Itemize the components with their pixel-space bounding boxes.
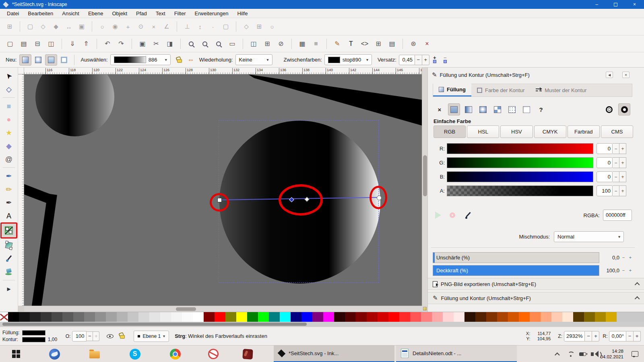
snap-toggle-icon[interactable]: ⊞ xyxy=(4,21,15,32)
new-linear-gradient-button[interactable] xyxy=(19,54,31,66)
color-tab-cmyk[interactable]: CMYK xyxy=(534,125,566,138)
repeat-dropdown[interactable]: Keine ▾ xyxy=(235,54,272,65)
snap-object-centers-icon[interactable]: ↕ xyxy=(194,21,206,32)
menu-item-datei[interactable]: Datei xyxy=(2,9,23,18)
linear-gradient-button[interactable] xyxy=(462,103,475,115)
flat-color-button[interactable] xyxy=(448,103,460,115)
panel-close-button[interactable]: × xyxy=(622,72,630,78)
blue-decrease-button[interactable]: − xyxy=(613,171,619,182)
file-explorer-taskbar-icon[interactable] xyxy=(82,346,107,362)
palette-swatch[interactable] xyxy=(160,312,171,322)
volume-icon[interactable] xyxy=(591,352,594,356)
panel-collapse-button[interactable]: ◀ xyxy=(606,72,613,78)
text-dialog-icon[interactable]: T xyxy=(345,38,357,50)
snap-bbox-corners-icon[interactable]: ◆ xyxy=(50,21,62,32)
alpha-increase-button[interactable]: + xyxy=(619,185,626,196)
print-icon[interactable]: ⊟ xyxy=(31,38,43,50)
delete-stop-button[interactable]: − xyxy=(444,56,447,63)
gradient-tool[interactable] xyxy=(0,222,17,239)
pen-tool[interactable]: ✒ xyxy=(1,169,17,183)
knife-icon[interactable]: × xyxy=(421,38,433,50)
palette-swatch[interactable] xyxy=(280,312,291,322)
snap-cusp-nodes-icon[interactable]: ⊙ xyxy=(135,21,147,32)
rotation-decrease-button[interactable]: − xyxy=(626,331,634,341)
palette-swatch[interactable] xyxy=(399,312,410,322)
opacity-value[interactable]: 100,0 xyxy=(603,267,619,274)
palette-swatch[interactable] xyxy=(73,312,84,322)
stop-select-dropdown[interactable]: stop890 ▾ xyxy=(324,54,372,65)
vertical-scrollbar[interactable] xyxy=(422,68,427,306)
maximize-button[interactable] xyxy=(606,0,625,9)
palette-swatch[interactable] xyxy=(345,312,356,322)
palette-swatch[interactable] xyxy=(171,312,182,322)
opacity-slider[interactable]: Deckkraft (%) xyxy=(433,265,599,276)
taskbar-window-inkscape[interactable]: *SeitStech.svg - Ink... xyxy=(274,346,394,362)
insert-stop-button[interactable]: + xyxy=(433,56,436,63)
png-export-section[interactable]: PNG-Bild exportieren (Umschalt+Strg+E) xyxy=(428,278,644,290)
alpha-slider[interactable] xyxy=(447,185,593,196)
start-button[interactable] xyxy=(3,346,29,362)
lock-gradient-icon[interactable] xyxy=(177,59,182,63)
rotation-increase-button[interactable]: + xyxy=(634,331,641,341)
blue-value[interactable]: 0 xyxy=(597,171,613,182)
color-tab-hsl[interactable]: HSL xyxy=(467,125,499,138)
color-tab-cms[interactable]: CMS xyxy=(601,125,633,138)
blur-slider[interactable]: Unschärfe (%) xyxy=(433,252,599,263)
fill-stroke-section[interactable]: ✎ Füllung und Kontur (Umschalt+Strg+F) xyxy=(428,292,644,304)
palette-swatch[interactable] xyxy=(432,312,443,322)
alpha-decrease-button[interactable]: − xyxy=(613,185,619,196)
menu-item-filter[interactable]: Filter xyxy=(170,9,190,18)
palette-swatch[interactable] xyxy=(486,312,497,322)
palette-swatch[interactable] xyxy=(312,312,323,322)
gradient-select-dropdown[interactable]: 886 ▾ xyxy=(110,54,171,65)
palette-swatch[interactable] xyxy=(182,312,193,322)
skype-taskbar-icon[interactable]: S xyxy=(122,346,148,362)
horizontal-scrollbar-thumb[interactable] xyxy=(176,307,196,311)
menu-item-ansicht[interactable]: Ansicht xyxy=(58,9,84,18)
palette-swatch[interactable] xyxy=(541,312,551,322)
opacity-decrease-button[interactable]: − xyxy=(621,267,626,273)
blend-mode-dropdown[interactable]: Normal ▾ xyxy=(554,231,624,242)
menu-item-pfad[interactable]: Pfad xyxy=(132,9,151,18)
text-tool[interactable]: A xyxy=(1,209,17,222)
zoom-decrease-button[interactable]: − xyxy=(585,331,592,341)
green-slider[interactable] xyxy=(447,157,593,168)
palette-swatch[interactable] xyxy=(562,312,573,322)
palette-swatch[interactable] xyxy=(62,312,73,322)
offset-increase-button[interactable]: + xyxy=(422,55,429,65)
menu-item-hilfe[interactable]: Hilfe xyxy=(233,9,252,18)
unknown-paint-button[interactable] xyxy=(520,103,533,115)
color-tab-hsv[interactable]: HSV xyxy=(500,125,533,138)
palette-swatch[interactable] xyxy=(204,312,215,322)
blue-slider[interactable] xyxy=(447,171,593,182)
palette-swatch[interactable] xyxy=(454,312,464,322)
open-document-icon[interactable]: ▤ xyxy=(18,38,30,50)
blue-increase-button[interactable]: + xyxy=(619,171,626,182)
selector-tool[interactable]: ➤ xyxy=(1,69,17,82)
palette-swatch[interactable] xyxy=(497,312,508,322)
palette-swatch[interactable] xyxy=(551,312,562,322)
horizontal-scrollbar[interactable] xyxy=(24,306,422,312)
palette-swatch[interactable] xyxy=(236,312,247,322)
chrome-taskbar-icon[interactable] xyxy=(162,346,188,362)
offset-decrease-button[interactable]: − xyxy=(415,55,422,65)
cut-icon[interactable]: ✂ xyxy=(150,38,162,50)
palette-swatch[interactable] xyxy=(334,312,345,322)
notification-center-icon[interactable] xyxy=(632,351,638,357)
palette-swatch[interactable] xyxy=(356,312,367,322)
import-icon[interactable]: ⇓ xyxy=(66,38,78,50)
palette-swatch[interactable] xyxy=(291,312,301,322)
palette-scrollbar[interactable] xyxy=(0,322,644,327)
create-clone-icon[interactable]: ⊞ xyxy=(261,38,273,50)
snap-path-icon[interactable]: ◉ xyxy=(109,21,121,32)
new-document-icon[interactable]: ▢ xyxy=(4,38,16,50)
ellipse-tool[interactable]: ● xyxy=(1,113,17,126)
palette-swatch[interactable] xyxy=(128,312,138,322)
zoom-page-icon[interactable] xyxy=(213,38,225,50)
spiral-tool[interactable]: @ xyxy=(1,152,17,166)
palette-swatch[interactable] xyxy=(225,312,236,322)
layer-selector[interactable]: Ebene 1 ▾ xyxy=(134,331,169,342)
pattern-button[interactable] xyxy=(491,103,504,115)
pencil-tool[interactable]: ✏ xyxy=(1,183,17,196)
paint-help-icon[interactable]: ? xyxy=(535,103,547,115)
